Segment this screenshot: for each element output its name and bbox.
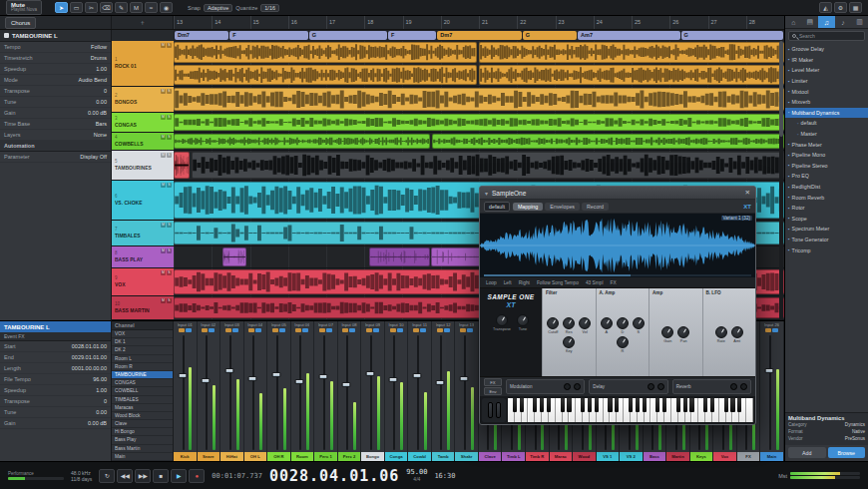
- strip-name-tag[interactable]: HiHat: [220, 452, 243, 461]
- solo-button[interactable]: S: [167, 135, 172, 140]
- inspector-row-value[interactable]: 0.00 dB: [88, 110, 107, 116]
- fx-section-reverb[interactable]: Reverb: [672, 379, 751, 394]
- snap-mode-select[interactable]: Adaptive: [204, 4, 232, 12]
- browser-item[interactable]: ▪IR Maker: [785, 55, 868, 66]
- strip-name-tag[interactable]: Timb L: [502, 452, 525, 461]
- piano-black-key[interactable]: [683, 398, 687, 412]
- channel-list-item[interactable]: VOX: [112, 330, 173, 338]
- fader-handle[interactable]: [295, 379, 304, 384]
- channel-list-item[interactable]: Main: [112, 453, 173, 461]
- browser-item[interactable]: ▪Multiband Dynamics: [785, 108, 868, 119]
- fader-handle[interactable]: [365, 371, 374, 376]
- mixer-strip[interactable]: Input 07Perc 1: [314, 321, 338, 461]
- mixer-strip[interactable]: Input 10Conga: [385, 321, 409, 461]
- inspector-row[interactable]: TimestretchDrums: [0, 53, 111, 64]
- strip-mute-button[interactable]: [437, 328, 443, 332]
- ruler-tick[interactable]: 18: [364, 16, 402, 29]
- mini-knob[interactable]: [574, 383, 581, 390]
- channel-list-item[interactable]: Bass Martin: [112, 445, 173, 453]
- mixer-strip[interactable]: Input 05OH R: [267, 321, 291, 461]
- piano-black-key[interactable]: [629, 398, 633, 412]
- piano-black-key[interactable]: [567, 398, 571, 412]
- piano-black-key[interactable]: [737, 398, 741, 412]
- knob-tune[interactable]: [517, 314, 529, 326]
- timecode-display[interactable]: 00:01:07.737: [212, 472, 262, 480]
- quantize-select[interactable]: 1/16: [260, 4, 279, 12]
- plugin-titlebar[interactable]: ▾ SampleOne ✕: [480, 187, 755, 200]
- piano-black-key[interactable]: [520, 398, 524, 412]
- inspector-row[interactable]: Tune0.00: [0, 97, 111, 108]
- piano-black-key[interactable]: [676, 398, 680, 412]
- position-display[interactable]: 0028.04.01.06: [269, 467, 399, 485]
- track-lane[interactable]: [174, 87, 784, 113]
- solo-button[interactable]: S: [167, 89, 172, 94]
- chord-marker[interactable]: F: [229, 31, 307, 40]
- audio-clip[interactable]: [432, 134, 784, 149]
- strip-name-tag[interactable]: Kick: [174, 452, 197, 461]
- mixer-strip[interactable]: Input 03HiHat: [220, 321, 244, 461]
- automation-row-value[interactable]: Display Off: [80, 154, 107, 160]
- audio-clip[interactable]: [174, 42, 477, 63]
- channel-list-item[interactable]: Clave: [112, 420, 173, 428]
- piano-black-key[interactable]: [710, 398, 714, 412]
- sample-waveform-display[interactable]: Variant 1 (32): [480, 214, 755, 277]
- strip-name-tag[interactable]: OH L: [244, 452, 267, 461]
- strip-name-tag[interactable]: Perc 1: [314, 452, 337, 461]
- knob-amt[interactable]: [731, 326, 743, 338]
- event-row-value[interactable]: 0029.01.01.00: [72, 354, 107, 360]
- browser-item[interactable]: ▪Spectrum Meter: [785, 224, 868, 235]
- inspector-row[interactable]: TempoFollow: [0, 42, 111, 53]
- browser-item[interactable]: ▪Pipeline Stereo: [785, 161, 868, 172]
- chord-marker[interactable]: Am7: [578, 31, 680, 40]
- audio-clip[interactable]: [174, 65, 477, 86]
- strip-name-tag[interactable]: Bongo: [361, 452, 384, 461]
- browser-item[interactable]: ◦default: [785, 118, 868, 129]
- browser-item[interactable]: ▪Tricomp: [785, 244, 868, 255]
- mini-knob[interactable]: [740, 383, 747, 390]
- fader-handle[interactable]: [389, 377, 398, 382]
- mixer-strip[interactable]: Input 08Perc 2: [338, 321, 362, 461]
- solo-button[interactable]: S: [167, 115, 172, 120]
- event-row[interactable]: Speedup1.00: [0, 385, 111, 396]
- ruler-tick[interactable]: 28: [746, 16, 784, 29]
- browser-item[interactable]: ▪Pipeline Mono: [785, 150, 868, 161]
- strip-solo-button[interactable]: [444, 328, 450, 332]
- play-button[interactable]: ▶: [171, 469, 187, 483]
- audio-clip[interactable]: [369, 247, 430, 266]
- mute-button[interactable]: M: [161, 89, 166, 94]
- inspector-row[interactable]: Gain0.00 dB: [0, 108, 111, 119]
- strip-solo-button[interactable]: [255, 328, 261, 332]
- strip-solo-button[interactable]: [397, 328, 403, 332]
- event-row[interactable]: End0029.01.01.00: [0, 352, 111, 363]
- strip-name-tag[interactable]: Conga: [385, 452, 408, 461]
- stop-button[interactable]: ■: [153, 469, 169, 483]
- arrange-scrollbar[interactable]: [779, 41, 783, 320]
- mini-knob[interactable]: [564, 383, 571, 390]
- mute-button[interactable]: M: [161, 223, 166, 228]
- strip-solo-button[interactable]: [279, 328, 285, 332]
- strip-name-tag[interactable]: Wood: [573, 452, 596, 461]
- inspector-row[interactable]: Time BaseBars: [0, 119, 111, 130]
- piano-black-key[interactable]: [588, 398, 592, 412]
- event-row[interactable]: Tune0.00: [0, 407, 111, 418]
- solo-button[interactable]: S: [167, 298, 172, 303]
- event-row[interactable]: File Tempo96.00: [0, 374, 111, 385]
- pitch-mod-wheels[interactable]: [482, 398, 506, 422]
- strip-name-tag[interactable]: Keys: [690, 452, 713, 461]
- strip-solo-button[interactable]: [232, 328, 238, 332]
- inspector-row[interactable]: Transpose0: [0, 86, 111, 97]
- channel-list-item[interactable]: Room R: [112, 363, 173, 371]
- pitch-wheel[interactable]: [488, 402, 493, 418]
- track-lane[interactable]: [174, 113, 784, 133]
- piano-black-key[interactable]: [689, 398, 693, 412]
- plugin-menu-icon[interactable]: ▾: [485, 190, 488, 197]
- piano-keyboard[interactable]: [508, 398, 753, 422]
- home-tab[interactable]: ⌂: [785, 16, 802, 28]
- loops-tab[interactable]: ♪: [835, 16, 852, 28]
- channel-list-item[interactable]: Room L: [112, 355, 173, 363]
- files-tab[interactable]: ▥: [851, 16, 868, 28]
- fx-section-modulation[interactable]: Modulation: [506, 379, 585, 394]
- ruler-tick[interactable]: 26: [669, 16, 707, 29]
- piano-black-key[interactable]: [703, 398, 707, 412]
- channel-list-item[interactable]: CONGAS: [112, 379, 173, 387]
